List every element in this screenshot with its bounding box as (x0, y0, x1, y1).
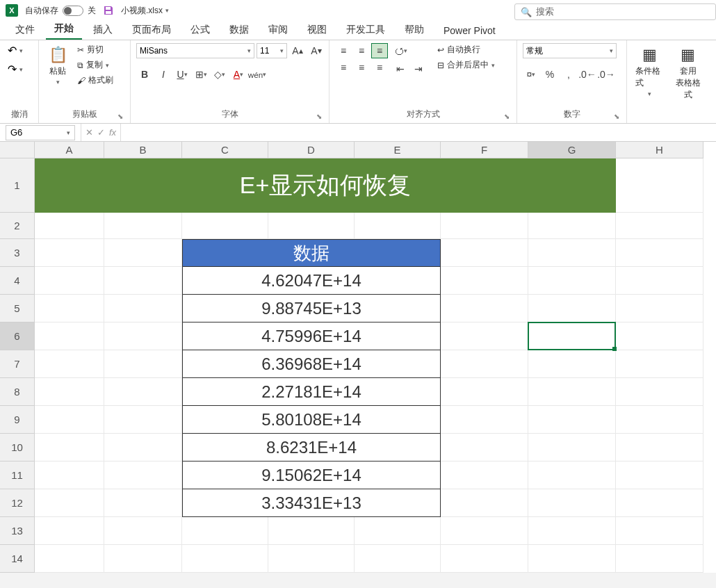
cell[interactable] (528, 295, 616, 322)
row-header-11[interactable]: 11 (0, 462, 35, 489)
cell[interactable] (35, 462, 104, 489)
cell[interactable] (104, 322, 182, 350)
name-box[interactable]: G6▾ (6, 125, 75, 140)
cell[interactable] (441, 545, 528, 573)
comma-button[interactable]: , (560, 67, 577, 82)
row-header-12[interactable]: 12 (0, 489, 35, 517)
currency-button[interactable]: ¤▾ (523, 67, 539, 82)
tab-文件[interactable]: 文件 (7, 20, 43, 40)
row-header-1[interactable]: 1 (0, 158, 35, 213)
cell[interactable] (528, 517, 616, 545)
row-header-5[interactable]: 5 (0, 295, 35, 322)
cell[interactable] (616, 545, 703, 573)
row-header-13[interactable]: 13 (0, 517, 35, 545)
cell[interactable] (104, 267, 182, 295)
cell[interactable] (441, 213, 528, 239)
launcher-icon[interactable]: ⬊ (316, 113, 322, 120)
tab-开始[interactable]: 开始 (46, 19, 82, 40)
shrink-font-button[interactable]: A▾ (308, 43, 325, 58)
cell[interactable] (35, 213, 104, 239)
data-cell[interactable]: 9.88745E+13 (182, 295, 441, 322)
decrease-decimal-button[interactable]: .0→ (598, 67, 615, 82)
tab-审阅[interactable]: 审阅 (260, 20, 296, 40)
cell[interactable] (104, 545, 182, 573)
cell[interactable] (616, 295, 703, 322)
data-cell[interactable]: 2.27181E+14 (182, 378, 441, 406)
fill-color-button[interactable]: ◇▾ (211, 67, 228, 82)
align-top-button[interactable]: ≡ (335, 43, 352, 58)
data-cell[interactable]: 6.36968E+14 (182, 350, 441, 378)
align-left-button[interactable]: ≡ (335, 60, 352, 75)
cell[interactable] (528, 545, 616, 573)
select-all-corner[interactable] (0, 142, 35, 158)
fx-icon[interactable]: fx (109, 127, 116, 138)
cell[interactable] (441, 489, 528, 517)
row-header-7[interactable]: 7 (0, 350, 35, 378)
data-cell[interactable]: 4.75996E+14 (182, 322, 441, 350)
cell[interactable] (104, 378, 182, 406)
formula-input[interactable] (121, 124, 716, 141)
tab-开发工具[interactable]: 开发工具 (338, 20, 393, 40)
format-as-table-button[interactable]: ▦套用 表格格式 (671, 43, 705, 104)
conditional-format-button[interactable]: ▦条件格式▾ (633, 43, 667, 100)
cell[interactable] (616, 158, 703, 213)
grow-font-button[interactable]: A▴ (289, 43, 306, 58)
active-cell[interactable] (528, 322, 616, 350)
align-right-button[interactable]: ≡ (371, 60, 388, 75)
col-header-F[interactable]: F (441, 142, 528, 158)
cell[interactable] (104, 406, 182, 434)
cell[interactable] (182, 517, 268, 545)
col-header-G[interactable]: G (528, 142, 616, 158)
col-header-B[interactable]: B (104, 142, 182, 158)
cell[interactable] (616, 239, 703, 267)
cell[interactable] (268, 213, 355, 239)
launcher-icon[interactable]: ⬊ (117, 113, 123, 120)
cell[interactable] (35, 545, 104, 573)
percent-button[interactable]: % (542, 67, 558, 82)
redo-button[interactable]: ↷▾ (6, 62, 25, 76)
number-format-combo[interactable]: 常规▾ (523, 43, 617, 58)
cell[interactable] (441, 322, 528, 350)
cell[interactable] (104, 517, 182, 545)
orientation-button[interactable]: ⭯▾ (392, 43, 409, 58)
cell[interactable] (355, 517, 441, 545)
cell[interactable] (616, 517, 703, 545)
align-bottom-button[interactable]: ≡ (371, 43, 388, 58)
row-header-4[interactable]: 4 (0, 267, 35, 295)
align-middle-button[interactable]: ≡ (353, 43, 370, 58)
cell[interactable] (268, 545, 355, 573)
row-header-3[interactable]: 3 (0, 239, 35, 267)
phonetic-button[interactable]: wén▾ (249, 67, 266, 82)
data-cell[interactable]: 3.33431E+13 (182, 489, 441, 517)
bold-button[interactable]: B (136, 67, 153, 82)
cell[interactable] (35, 322, 104, 350)
data-cell[interactable]: 9.15062E+14 (182, 462, 441, 489)
cell[interactable] (355, 213, 441, 239)
cell[interactable] (35, 267, 104, 295)
cancel-icon[interactable]: ✕ (86, 127, 93, 138)
cell[interactable] (35, 350, 104, 378)
cell[interactable] (528, 462, 616, 489)
cut-button[interactable]: ✂剪切 (75, 43, 115, 56)
cell[interactable] (104, 295, 182, 322)
indent-increase-button[interactable]: ⇥ (410, 61, 427, 76)
format-painter-button[interactable]: 🖌格式刷 (75, 74, 115, 87)
cell[interactable] (441, 462, 528, 489)
col-header-E[interactable]: E (355, 142, 441, 158)
indent-decrease-button[interactable]: ⇤ (392, 61, 409, 76)
cell[interactable] (528, 434, 616, 462)
col-header-D[interactable]: D (268, 142, 355, 158)
copy-button[interactable]: ⧉复制▾ (75, 58, 115, 72)
tab-数据[interactable]: 数据 (221, 20, 257, 40)
border-button[interactable]: ⊞▾ (193, 67, 209, 82)
undo-button[interactable]: ↶▾ (6, 43, 25, 58)
launcher-icon[interactable]: ⬊ (504, 113, 510, 120)
enter-icon[interactable]: ✓ (97, 127, 105, 138)
cell[interactable] (104, 462, 182, 489)
data-cell[interactable]: 8.6231E+14 (182, 434, 441, 462)
cell[interactable] (35, 239, 104, 267)
cell[interactable] (104, 239, 182, 267)
worksheet[interactable]: ABCDEFGH 1234567891011121314 E+显示如何恢复 数据… (0, 142, 716, 573)
cell[interactable] (616, 350, 703, 378)
cell[interactable] (441, 378, 528, 406)
